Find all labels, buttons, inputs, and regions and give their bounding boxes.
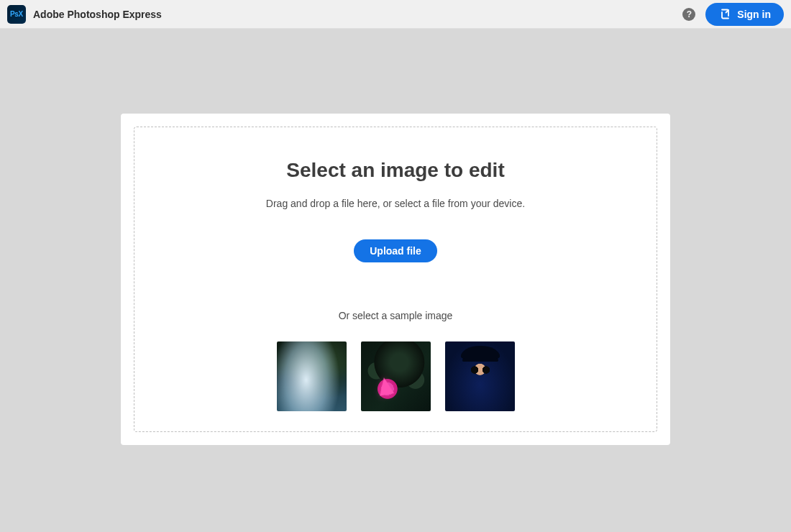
main-area: Select an image to edit Drag and drop a … xyxy=(0,29,791,445)
sign-in-label: Sign in xyxy=(737,9,771,20)
header-right: ? Sign in xyxy=(682,3,784,26)
sample-image-lotus[interactable] xyxy=(361,341,431,411)
app-title: Adobe Photoshop Express xyxy=(33,9,162,20)
app-logo-icon: PsX xyxy=(7,5,26,24)
header-left: PsX Adobe Photoshop Express xyxy=(7,5,162,24)
upload-file-button[interactable]: Upload file xyxy=(354,239,437,262)
dropzone[interactable]: Select an image to edit Drag and drop a … xyxy=(134,127,657,432)
sample-images xyxy=(149,341,642,411)
sample-image-portrait[interactable] xyxy=(445,341,515,411)
sign-in-button[interactable]: Sign in xyxy=(705,3,784,26)
dropzone-subtitle: Drag and drop a file here, or select a f… xyxy=(149,198,642,209)
help-icon[interactable]: ? xyxy=(682,8,695,21)
samples-label: Or select a sample image xyxy=(149,310,642,321)
dropzone-title: Select an image to edit xyxy=(149,159,642,182)
app-header: PsX Adobe Photoshop Express ? Sign in xyxy=(0,0,791,29)
sign-in-icon xyxy=(718,8,731,21)
sample-image-waterfall[interactable] xyxy=(277,341,347,411)
upload-panel: Select an image to edit Drag and drop a … xyxy=(121,114,670,445)
